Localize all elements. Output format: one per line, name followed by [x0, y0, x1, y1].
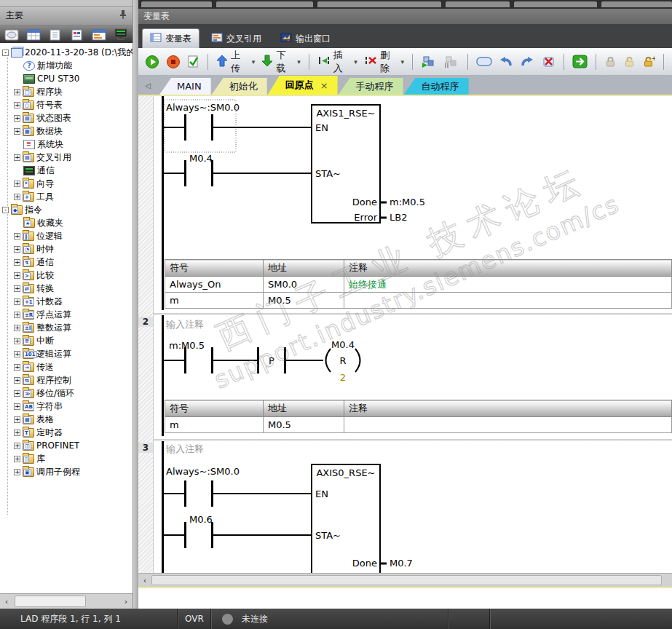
- expand-toggle-icon[interactable]: +: [14, 364, 20, 371]
- symbol-view-button[interactable]: [4, 28, 20, 42]
- docked-tab[interactable]: [514, 1, 596, 7]
- tree-item[interactable]: -◆指令: [0, 203, 133, 216]
- expand-toggle-icon[interactable]: +: [14, 298, 20, 305]
- delete-network-button[interactable]: 删除: [362, 47, 397, 76]
- status-chart-view-button[interactable]: [90, 28, 107, 42]
- goto-button[interactable]: [570, 53, 590, 70]
- docked-tab[interactable]: [317, 1, 441, 7]
- tree-item[interactable]: ★收藏夹: [0, 216, 133, 229]
- expand-toggle-icon[interactable]: +: [14, 390, 20, 397]
- expand-toggle-icon[interactable]: +: [14, 430, 20, 436]
- tree-item[interactable]: +⇆程序控制: [0, 373, 133, 387]
- download-dropdown-icon[interactable]: ▾: [295, 58, 303, 66]
- symbol-table-cell[interactable]: [344, 293, 672, 309]
- tab-close-icon[interactable]: ×: [320, 80, 328, 91]
- tree-item[interactable]: +*向导: [0, 177, 133, 190]
- expand-toggle-icon[interactable]: +: [14, 154, 20, 161]
- compile-button[interactable]: [185, 53, 202, 70]
- expand-toggle-icon[interactable]: +: [14, 194, 20, 200]
- expand-toggle-icon[interactable]: +: [14, 181, 20, 187]
- expand-toggle-icon[interactable]: +: [14, 246, 20, 253]
- insert-network-button[interactable]: 插入: [315, 47, 350, 76]
- expand-toggle-icon[interactable]: -: [2, 50, 9, 56]
- contact-always-on[interactable]: Always~:SM0.0: [164, 100, 312, 152]
- editor-horizontal-scrollbar[interactable]: ‹: [138, 573, 672, 587]
- delete-page-button[interactable]: [539, 54, 558, 69]
- program-tab[interactable]: 手动程序: [339, 78, 403, 95]
- tree-item[interactable]: +◔时钟: [0, 242, 133, 256]
- panel-splitter[interactable]: [133, 0, 138, 609]
- expand-toggle-icon[interactable]: +: [14, 469, 20, 475]
- symbol-table-cell[interactable]: M0.5: [264, 293, 344, 309]
- expand-toggle-icon[interactable]: +: [14, 456, 20, 462]
- tab-cross-reference[interactable]: 交叉引用: [204, 29, 269, 48]
- program-tab[interactable]: MAIN: [159, 78, 211, 95]
- tree-item[interactable]: +101逻辑运算: [0, 347, 133, 360]
- positive-edge-contact[interactable]: P: [257, 347, 323, 373]
- tree-item[interactable]: -2020-11-3-20-38 (D:\我的: [0, 46, 133, 59]
- symbol-table-cell[interactable]: SM0.0: [264, 277, 344, 293]
- program-tab[interactable]: 回原点×: [268, 76, 338, 95]
- stop-button[interactable]: [164, 53, 183, 71]
- scroll-left-icon[interactable]: ‹: [0, 594, 13, 609]
- expand-toggle-icon[interactable]: +: [14, 115, 20, 122]
- download-button[interactable]: 下载: [259, 47, 293, 76]
- contact-m0-6[interactable]: M0.6: [164, 514, 312, 548]
- scrollbar-thumb[interactable]: [15, 596, 86, 607]
- contact-m-m0-5[interactable]: m:M0.5: [164, 340, 257, 373]
- communication-view-button[interactable]: [112, 28, 129, 42]
- expand-toggle-icon[interactable]: +: [14, 377, 20, 384]
- tab-output-window[interactable]: 输出窗口: [273, 29, 338, 48]
- stop-segment-button[interactable]: [441, 54, 462, 70]
- lock-button[interactable]: [602, 55, 619, 69]
- upload-dropdown-icon[interactable]: ▾: [250, 58, 258, 66]
- tree-item[interactable]: 通信: [0, 164, 133, 177]
- tab-variable-table[interactable]: 变量表: [142, 28, 199, 48]
- run-button[interactable]: [143, 53, 162, 71]
- tree-item[interactable]: +AB字符串: [0, 400, 133, 413]
- program-tab[interactable]: 自动程序: [404, 78, 469, 95]
- tree-item[interactable]: CPU ST30: [0, 72, 133, 85]
- tree-item[interactable]: +≫移位/循环: [0, 387, 133, 400]
- expand-toggle-icon[interactable]: +: [14, 338, 20, 344]
- comment-toggle-button[interactable]: [474, 55, 494, 68]
- pin-icon[interactable]: [119, 9, 127, 22]
- reset-coil[interactable]: M0.4 R 2: [326, 339, 360, 383]
- table-view-button[interactable]: [25, 28, 42, 42]
- scrollbar-thumb[interactable]: [151, 575, 662, 585]
- add-password-lock-button[interactable]: +: [640, 55, 657, 69]
- symbol-table-cell[interactable]: 始终接通: [344, 277, 672, 293]
- tree-item[interactable]: +‖位逻辑: [0, 229, 133, 242]
- insert-dropdown-icon[interactable]: ▾: [352, 58, 360, 66]
- undo-button[interactable]: [497, 55, 515, 69]
- tree-item[interactable]: +▣调用子例程: [0, 465, 133, 478]
- expand-toggle-icon[interactable]: +: [14, 285, 20, 292]
- docked-tab[interactable]: [216, 1, 313, 7]
- tree-item[interactable]: +>比较: [0, 269, 133, 282]
- tree-item[interactable]: +□程序块: [0, 85, 133, 98]
- docked-tab[interactable]: [446, 1, 510, 7]
- scroll-left-icon[interactable]: ‹: [138, 574, 151, 587]
- upload-button[interactable]: 上传: [214, 47, 248, 76]
- contact-always-on[interactable]: Always~:SM0.0: [164, 466, 312, 507]
- program-tab[interactable]: 初始化: [212, 78, 267, 95]
- expand-toggle-icon[interactable]: +: [14, 416, 20, 423]
- function-block-axis0[interactable]: AXIS0_RSE~ EN STA~ Done M0.7 Error LB3: [312, 464, 413, 574]
- tree-item[interactable]: ?新增功能: [0, 59, 133, 72]
- tree-item[interactable]: +▤交叉引用: [0, 151, 133, 164]
- expand-toggle-icon[interactable]: +: [14, 233, 20, 240]
- expand-toggle-icon[interactable]: +: [14, 403, 20, 410]
- data-block-view-button[interactable]: [68, 28, 85, 42]
- tree-item[interactable]: +T定时器: [0, 426, 133, 439]
- tree-item[interactable]: +⇈中断: [0, 334, 133, 347]
- delete-dropdown-icon[interactable]: ▾: [398, 58, 406, 66]
- expand-toggle-icon[interactable]: +: [14, 351, 20, 357]
- expand-toggle-icon[interactable]: +: [14, 128, 20, 135]
- expand-toggle-icon[interactable]: -: [2, 207, 9, 213]
- function-block-axis1[interactable]: AXIS1_RSE~ EN STA~ Done m:M0.5 Error LB2: [312, 105, 425, 223]
- expand-toggle-icon[interactable]: +: [14, 325, 20, 331]
- docked-tab[interactable]: [601, 1, 672, 7]
- symbol-table-cell[interactable]: m: [165, 417, 264, 433]
- tree-item[interactable]: +→传送: [0, 360, 133, 373]
- tree-item[interactable]: +◫PROFINET: [0, 439, 133, 452]
